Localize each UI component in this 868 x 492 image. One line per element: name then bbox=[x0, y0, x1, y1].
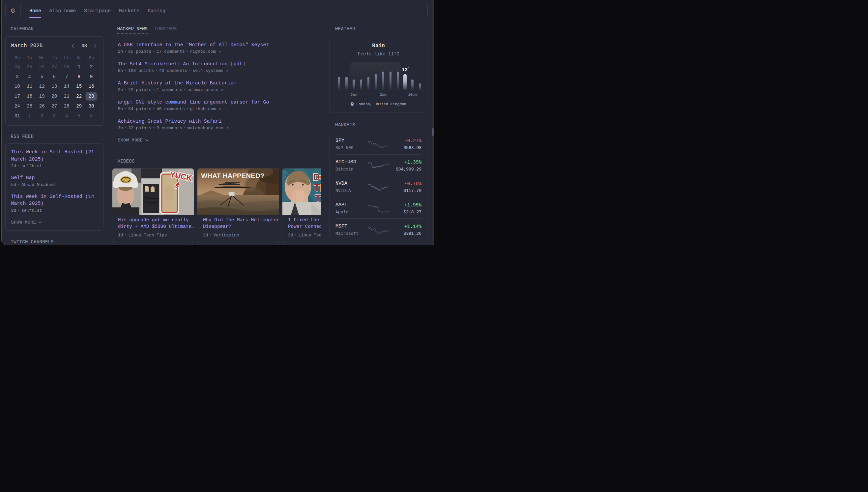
svg-text:DO: DO bbox=[313, 172, 321, 182]
svg-text:TH: TH bbox=[314, 182, 321, 193]
svg-text:WHAT HAPPENED?: WHAT HAPPENED? bbox=[201, 172, 264, 179]
svg-text:T: T bbox=[315, 193, 321, 203]
